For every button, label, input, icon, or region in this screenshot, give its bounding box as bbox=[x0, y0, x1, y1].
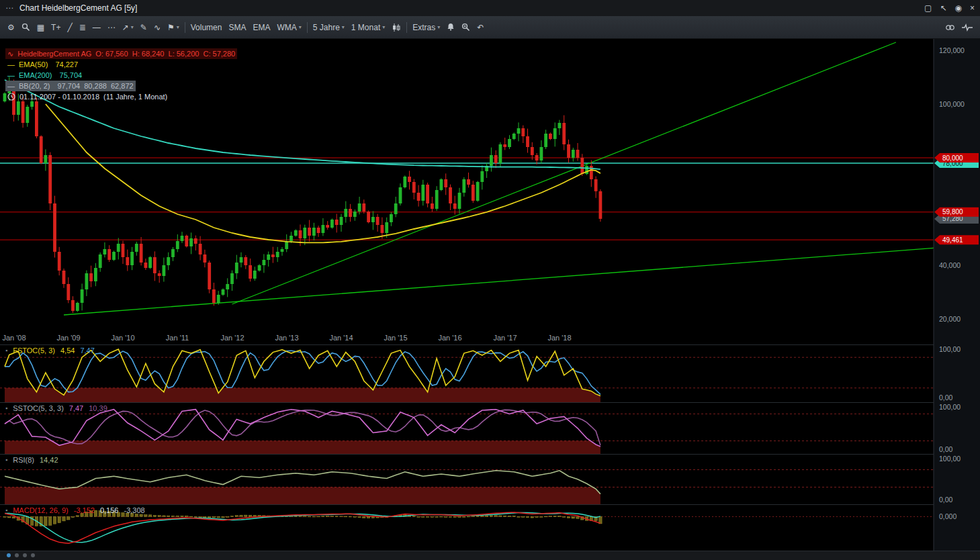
svg-text:100,00: 100,00 bbox=[939, 403, 961, 411]
interval-dropdown[interactable]: 1 Monat▾ bbox=[348, 19, 388, 36]
rsi-chart-canvas[interactable]: 100,000,00 bbox=[0, 454, 980, 504]
macd-hist-value: -3,308 bbox=[124, 506, 144, 514]
panel-collapse-icon[interactable]: ▪ bbox=[5, 507, 7, 514]
legend-ema200-row[interactable]: — EMA(200) 75,704 bbox=[5, 70, 84, 81]
chevron-down-icon: ▾ bbox=[342, 24, 345, 30]
range-duration: (11 Jahre, 1 Monat) bbox=[103, 93, 167, 101]
page-dot[interactable] bbox=[15, 553, 19, 557]
toolbar-separator bbox=[185, 22, 185, 33]
pointer-mode-icon[interactable]: ↖ bbox=[940, 3, 946, 13]
svg-text:0,00: 0,00 bbox=[939, 445, 953, 453]
svg-text:Jan '09: Jan '09 bbox=[56, 334, 80, 342]
svg-text:Jan '14: Jan '14 bbox=[329, 334, 353, 342]
main-chart-panel: ∿ HeidelbergCement AG O: 67,560 H: 68,24… bbox=[0, 39, 980, 344]
more-tools-icon[interactable]: ⋯ bbox=[104, 19, 119, 36]
svg-text:Jan '18: Jan '18 bbox=[547, 334, 571, 342]
chevron-down-icon: ▾ bbox=[177, 24, 179, 30]
window-title: Chart HeidelbergCement AG [5y] bbox=[19, 3, 137, 13]
curve-tool-icon[interactable]: ∿ bbox=[150, 19, 164, 36]
rsi-value: 14,42 bbox=[40, 456, 58, 464]
hline-tool-icon[interactable]: — bbox=[89, 19, 104, 36]
svg-text:Jan '10: Jan '10 bbox=[111, 334, 134, 342]
svg-text:Jan '11: Jan '11 bbox=[166, 334, 189, 342]
link-windows-icon[interactable] bbox=[942, 19, 959, 36]
rsi-legend[interactable]: ▪ RSI(8) 14,42 bbox=[5, 456, 58, 464]
menu-dots-icon[interactable]: ⋯ bbox=[5, 3, 14, 13]
toolbar-separator bbox=[307, 22, 308, 33]
flag-tool-icon[interactable]: ⚑▾ bbox=[164, 19, 183, 36]
panel-collapse-icon[interactable]: ▪ bbox=[5, 457, 7, 463]
chart-legend: ∿ HeidelbergCement AG O: 67,560 H: 68,24… bbox=[5, 48, 237, 102]
fstoc-d-value: 7,47 bbox=[80, 346, 94, 355]
page-dot[interactable] bbox=[23, 553, 27, 557]
line-tool-icon[interactable]: ╱ bbox=[64, 19, 75, 36]
svg-text:80,000: 80,000 bbox=[942, 154, 963, 162]
svg-text:Jan '15: Jan '15 bbox=[384, 334, 407, 342]
wma-button[interactable]: WMA▾ bbox=[273, 19, 304, 36]
search-icon[interactable] bbox=[18, 19, 34, 36]
svg-text:0,00: 0,00 bbox=[939, 496, 953, 504]
svg-text:Jan '13: Jan '13 bbox=[275, 334, 298, 342]
macd-label: MACD(12, 26, 9) bbox=[13, 506, 69, 514]
rsi-label: RSI(8) bbox=[13, 456, 34, 464]
page-dot[interactable] bbox=[31, 553, 35, 557]
fstoc-chart-canvas[interactable]: 100,000,00 bbox=[0, 344, 980, 402]
svg-text:40,000: 40,000 bbox=[939, 261, 961, 269]
rsi-panel: ▪ RSI(8) 14,42 100,000,00 bbox=[0, 454, 980, 504]
alert-bell-icon[interactable] bbox=[443, 19, 458, 36]
pencil-tool-icon[interactable]: ✎ bbox=[137, 19, 150, 36]
svg-text:0,00: 0,00 bbox=[939, 393, 953, 402]
page-dot[interactable] bbox=[7, 553, 11, 557]
sma-button[interactable]: SMA bbox=[225, 19, 249, 36]
record-icon[interactable]: ◉ bbox=[955, 3, 962, 13]
title-bar: ⋯ Chart HeidelbergCement AG [5y] ▢ ↖ ◉ × bbox=[0, 0, 980, 16]
ema200-value: 75,704 bbox=[60, 71, 83, 79]
bottom-bar bbox=[0, 551, 980, 560]
arrow-tool-icon[interactable]: ↗▾ bbox=[119, 19, 137, 36]
text-tool[interactable]: T+ bbox=[48, 19, 64, 36]
period-dropdown[interactable]: 5 Jahre▾ bbox=[310, 19, 348, 36]
close-icon[interactable]: × bbox=[970, 3, 975, 13]
svg-text:0,000: 0,000 bbox=[939, 512, 956, 520]
svg-text:100,00: 100,00 bbox=[939, 345, 961, 353]
indicator-grid-icon[interactable]: ▦ bbox=[34, 19, 48, 36]
chevron-down-icon: ▾ bbox=[382, 24, 385, 30]
panel-collapse-icon[interactable]: ▪ bbox=[5, 347, 7, 354]
volumen-button[interactable]: Volumen bbox=[187, 19, 226, 36]
chart-type-candle-icon[interactable] bbox=[388, 19, 404, 36]
extras-dropdown[interactable]: Extras▾ bbox=[409, 19, 443, 36]
restore-window-icon[interactable]: ▢ bbox=[924, 3, 932, 13]
sstoc-label: SSTOC(5, 3, 3) bbox=[13, 404, 64, 412]
ema-button[interactable]: EMA bbox=[249, 19, 273, 36]
zoom-in-icon[interactable] bbox=[458, 19, 474, 36]
sstoc-panel: ▪ SSTOC(5, 3, 3) 7,47 10,39 100,000,00 bbox=[0, 402, 980, 454]
fstoc-panel: ▪ FSTOC(5, 3) 4,54 7,47 100,000,00 bbox=[0, 344, 980, 402]
macd-chart-canvas[interactable]: 0,000 bbox=[0, 504, 980, 551]
undo-icon[interactable]: ↶ bbox=[474, 19, 487, 36]
legend-bb-row[interactable]: — BB(20, 2) 97,704 80,288 62,872 bbox=[5, 81, 136, 91]
line-sample-icon: — bbox=[7, 60, 15, 68]
fstoc-legend[interactable]: ▪ FSTOC(5, 3) 4,54 7,47 bbox=[5, 346, 95, 355]
settings-icon[interactable]: ⚙ bbox=[4, 19, 18, 36]
ema50-value: 74,227 bbox=[55, 60, 78, 68]
fstoc-label: FSTOC(5, 3) bbox=[13, 346, 55, 355]
series-icon: ∿ bbox=[7, 50, 13, 58]
legend-instrument-row[interactable]: ∿ HeidelbergCement AG O: 67,560 H: 68,24… bbox=[5, 48, 237, 59]
legend-range-row: 01.11.2007 - 01.10.2018 (11 Jahre, 1 Mon… bbox=[5, 91, 169, 102]
svg-text:59,800: 59,800 bbox=[942, 208, 963, 216]
svg-text:Jan '16: Jan '16 bbox=[438, 334, 461, 342]
ema200-label: EMA(200) bbox=[19, 71, 52, 79]
chart-toolbar: ⚙ ▦ T+ ╱ ≣ — ⋯ ↗▾ ✎ ∿ ⚑▾ Volumen SMA EMA… bbox=[0, 16, 980, 39]
svg-text:120,000: 120,000 bbox=[939, 46, 965, 54]
sstoc-chart-canvas[interactable]: 100,000,00 bbox=[0, 402, 980, 454]
panel-collapse-icon[interactable]: ▪ bbox=[5, 405, 7, 412]
svg-text:100,000: 100,000 bbox=[939, 100, 965, 108]
fibonacci-tool-icon[interactable]: ≣ bbox=[76, 19, 89, 36]
clock-icon bbox=[7, 93, 15, 101]
sstoc-legend[interactable]: ▪ SSTOC(5, 3, 3) 7,47 10,39 bbox=[5, 404, 107, 412]
macd-legend[interactable]: ▪ MACD(12, 26, 9) -3,152 0,156 -3,308 bbox=[5, 506, 145, 514]
macd-value: -3,152 bbox=[74, 506, 95, 514]
pulse-chart-icon[interactable] bbox=[959, 19, 976, 36]
legend-ema50-row[interactable]: — EMA(50) 74,227 bbox=[5, 59, 80, 70]
toolbar-separator bbox=[406, 22, 407, 33]
